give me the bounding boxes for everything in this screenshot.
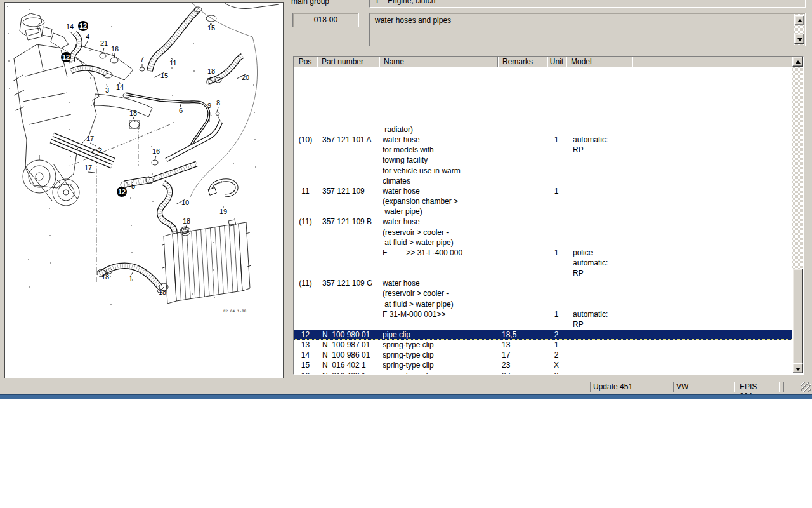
callout-7[interactable]: 7 bbox=[140, 55, 144, 67]
description-scrollbar[interactable] bbox=[794, 14, 804, 45]
cell: RP bbox=[573, 145, 584, 155]
callout-18[interactable]: 18 bbox=[159, 287, 166, 296]
callout-8[interactable]: 8 bbox=[216, 99, 220, 112]
svg-text:14: 14 bbox=[116, 83, 124, 91]
resize-grip[interactable] bbox=[801, 382, 811, 392]
cell: X bbox=[546, 360, 566, 370]
callout-17[interactable]: 17 bbox=[84, 164, 95, 173]
table-row-continuation[interactable]: RP bbox=[294, 319, 793, 330]
table-row-continuation[interactable]: radiator) bbox=[294, 124, 793, 135]
cell: (expansion chamber > bbox=[383, 196, 498, 206]
svg-text:12: 12 bbox=[79, 22, 87, 30]
cell: at fluid > water pipe) bbox=[383, 299, 498, 309]
cell: N 100 987 01 bbox=[322, 340, 370, 350]
svg-text:19: 19 bbox=[219, 208, 227, 215]
description-field[interactable]: water hoses and pipes bbox=[369, 13, 806, 46]
cell: 16 bbox=[294, 371, 317, 375]
status-cell-empty-3 bbox=[769, 382, 780, 392]
scroll-down-button[interactable] bbox=[794, 34, 804, 44]
svg-text:12: 12 bbox=[62, 53, 70, 61]
callout-12[interactable]: 12 bbox=[61, 52, 71, 62]
svg-text:14: 14 bbox=[66, 23, 74, 30]
table-row-pos-14[interactable]: 14N 100 986 01spring-type clip172 bbox=[294, 350, 793, 360]
scroll-up-button[interactable] bbox=[794, 15, 804, 25]
table-row-pos-11[interactable]: (11)357 121 109 Gwater hose bbox=[294, 278, 793, 288]
cell: spring-type clip bbox=[383, 371, 498, 375]
table-row-continuation[interactable]: automatic: bbox=[294, 258, 793, 268]
callout-14[interactable]: 14 bbox=[116, 82, 124, 91]
table-row-pos-11[interactable]: (11)357 121 109 Bwater hose bbox=[294, 217, 793, 227]
callout-1[interactable]: 1 bbox=[129, 272, 133, 283]
table-row-pos-12[interactable]: 12N 100 980 01pipe clip18,52 bbox=[294, 330, 793, 340]
parts-table: PosPart numberNameRemarksUnitModel radia… bbox=[293, 56, 804, 375]
column-header-filler[interactable] bbox=[632, 57, 794, 67]
callout-3[interactable]: 3 bbox=[105, 84, 109, 94]
callout-12[interactable]: 12 bbox=[78, 21, 88, 31]
table-row-continuation[interactable]: F 31-M-000 001>>1automatic: bbox=[294, 309, 793, 319]
svg-text:9: 9 bbox=[207, 102, 211, 109]
callout-12[interactable]: 12 bbox=[117, 187, 127, 197]
column-header-pos[interactable]: Pos bbox=[294, 57, 317, 67]
scrollbar-thumb[interactable] bbox=[792, 269, 803, 364]
column-header-name[interactable]: Name bbox=[379, 57, 498, 67]
table-row-continuation[interactable]: towing facility bbox=[294, 155, 793, 165]
cell: 357 121 109 bbox=[322, 186, 365, 196]
callout-19[interactable]: 19 bbox=[219, 206, 227, 215]
cell: (11) bbox=[294, 217, 317, 227]
table-row-continuation[interactable]: (expansion chamber > bbox=[294, 196, 793, 206]
cell: automatic: bbox=[573, 258, 608, 268]
table-row-continuation[interactable]: at fluid > water pipe) bbox=[294, 237, 793, 248]
table-row-pos-10[interactable]: (10)357 121 101 Awater hose1automatic: bbox=[294, 135, 793, 145]
table-row-continuation[interactable]: (reservoir > cooler - bbox=[294, 227, 793, 237]
callout-10[interactable]: 10 bbox=[176, 199, 189, 206]
callout-16[interactable]: 16 bbox=[152, 147, 160, 161]
callout-21[interactable]: 21 bbox=[100, 39, 108, 53]
up-arrow-icon bbox=[796, 60, 801, 64]
table-row-continuation[interactable]: at fluid > water pipe) bbox=[294, 299, 793, 309]
svg-text:18: 18 bbox=[129, 109, 137, 117]
table-row-pos-16[interactable]: 16N 016 403 1spring-type clip27X bbox=[294, 371, 793, 375]
group-code-field[interactable]: 018-00 bbox=[292, 13, 359, 27]
callout-5[interactable]: 5 bbox=[131, 182, 135, 190]
diagram-panel[interactable]: 1412421161271515111820314698181721617512… bbox=[4, 2, 284, 378]
cell: 1 bbox=[546, 309, 566, 319]
status-cell-epis-084: EPIS 084 bbox=[737, 382, 766, 392]
table-row-continuation[interactable]: for models withRP bbox=[294, 145, 793, 155]
callout-18[interactable]: 18 bbox=[129, 109, 137, 122]
column-header-model[interactable]: Model bbox=[566, 57, 632, 67]
callout-11[interactable]: 11 bbox=[169, 58, 176, 67]
table-row-continuation[interactable]: water pipe) bbox=[294, 206, 793, 217]
column-header-part-number[interactable]: Part number bbox=[317, 57, 379, 67]
scroll-up-button[interactable] bbox=[792, 57, 803, 67]
table-row-continuation[interactable]: climates bbox=[294, 176, 793, 186]
column-header-unit[interactable]: Unit bbox=[547, 57, 566, 67]
cell: spring-type clip bbox=[383, 350, 498, 360]
cell: automatic: bbox=[573, 309, 608, 319]
cell: 27 bbox=[502, 371, 510, 375]
main-group-field[interactable]: 1 Engine, clutch bbox=[369, 0, 806, 8]
table-row-continuation[interactable]: for vehicle use in warm bbox=[294, 166, 793, 176]
callout-4[interactable]: 4 bbox=[84, 33, 89, 47]
cell: at fluid > water pipe) bbox=[383, 237, 498, 248]
table-row-pos-15[interactable]: 15N 016 402 1spring-type clip23X bbox=[294, 360, 793, 370]
cell: 1 bbox=[546, 340, 566, 350]
table-row-continuation[interactable]: F >> 31-L-400 0001police bbox=[294, 248, 793, 258]
callout-17[interactable]: 17 bbox=[86, 135, 96, 146]
callout-15[interactable]: 15 bbox=[207, 23, 215, 32]
table-row-pos-11[interactable]: 11357 121 109water hose1 bbox=[294, 186, 793, 196]
cell: spring-type clip bbox=[383, 360, 498, 370]
callout-18[interactable]: 18 bbox=[102, 272, 109, 281]
cell: N 100 986 01 bbox=[322, 350, 370, 360]
table-row-continuation[interactable]: RP bbox=[294, 268, 793, 278]
cell: N 100 980 01 bbox=[322, 330, 370, 340]
table-scrollbar[interactable] bbox=[792, 57, 803, 374]
column-header-remarks[interactable]: Remarks bbox=[498, 57, 547, 67]
scroll-down-button[interactable] bbox=[792, 363, 803, 373]
callout-20[interactable]: 20 bbox=[237, 74, 249, 81]
cell: for models with bbox=[383, 145, 498, 155]
callout-6[interactable]: 6 bbox=[179, 104, 183, 114]
table-row-pos-13[interactable]: 13N 100 987 01spring-type clip131 bbox=[294, 340, 793, 350]
callout-15[interactable]: 15 bbox=[154, 72, 168, 79]
cell: spring-type clip bbox=[383, 340, 498, 350]
table-row-continuation[interactable]: (reservoir > cooler - bbox=[294, 288, 793, 298]
